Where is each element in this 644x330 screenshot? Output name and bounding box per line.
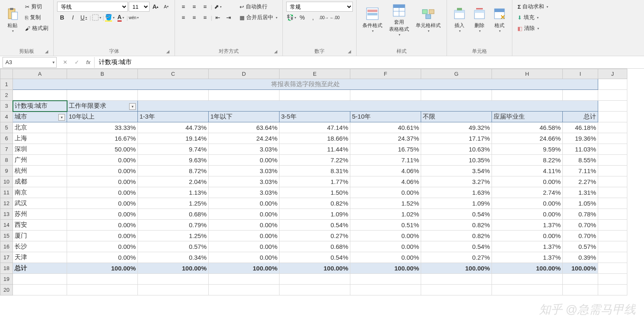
pivot-data-cell[interactable]: 4.11% bbox=[492, 166, 563, 176]
increase-decimal-button[interactable]: .00→ bbox=[319, 12, 329, 22]
pivot-data-cell[interactable]: 49.32% bbox=[421, 122, 492, 133]
delete-button[interactable]: 删除 bbox=[470, 2, 489, 38]
pivot-grand-total-cell[interactable]: 100.00% bbox=[563, 263, 598, 274]
italic-button[interactable]: I bbox=[68, 12, 78, 22]
pivot-data-cell[interactable]: 0.00% bbox=[209, 220, 280, 231]
pivot-col-header[interactable]: 10年以上 bbox=[67, 112, 138, 122]
pivot-row-label[interactable]: 厦门 bbox=[13, 231, 67, 241]
row-header-6[interactable]: 6 bbox=[0, 133, 13, 144]
pivot-data-cell[interactable]: 44.73% bbox=[138, 122, 209, 133]
pivot-data-cell[interactable]: 3.03% bbox=[209, 144, 280, 155]
copy-button[interactable]: ⎘复制 bbox=[23, 12, 50, 22]
row-header-10[interactable]: 10 bbox=[0, 176, 13, 187]
pivot-data-cell[interactable]: 0.57% bbox=[138, 241, 209, 252]
pivot-data-cell[interactable]: 0.00% bbox=[67, 166, 138, 176]
pivot-data-cell[interactable]: 0.54% bbox=[280, 252, 350, 263]
pivot-grand-total-cell[interactable]: 100.00% bbox=[280, 263, 350, 274]
align-right-button[interactable]: ≡ bbox=[200, 12, 210, 22]
align-top-button[interactable]: ≡ bbox=[178, 2, 188, 12]
pivot-data-cell[interactable]: 10.63% bbox=[421, 144, 492, 155]
pivot-data-cell[interactable]: 0.00% bbox=[350, 252, 421, 263]
pivot-data-cell[interactable]: 1.09% bbox=[421, 198, 492, 209]
row-header-7[interactable]: 7 bbox=[0, 144, 13, 155]
pivot-data-cell[interactable]: 0.00% bbox=[209, 209, 280, 220]
pivot-data-cell[interactable]: 0.54% bbox=[280, 220, 350, 231]
row-header-3[interactable]: 3 bbox=[0, 101, 13, 112]
pivot-data-cell[interactable]: 0.39% bbox=[563, 252, 598, 263]
row-header-12[interactable]: 12 bbox=[0, 198, 13, 209]
row-header-15[interactable]: 15 bbox=[0, 231, 13, 241]
pivot-data-cell[interactable]: 0.00% bbox=[209, 231, 280, 241]
align-middle-button[interactable]: ≡ bbox=[189, 2, 199, 12]
pivot-data-cell[interactable]: 0.70% bbox=[563, 231, 598, 241]
pivot-data-cell[interactable]: 1.25% bbox=[138, 231, 209, 241]
pivot-data-cell[interactable]: 0.00% bbox=[209, 155, 280, 166]
pivot-data-cell[interactable]: 0.00% bbox=[67, 241, 138, 252]
pivot-data-cell[interactable]: 1.77% bbox=[280, 176, 350, 187]
cancel-formula-button[interactable]: ✕ bbox=[59, 57, 71, 68]
insert-button[interactable]: 插入 bbox=[450, 2, 469, 38]
pivot-data-cell[interactable]: 0.00% bbox=[67, 176, 138, 187]
paste-button[interactable]: 粘贴 bbox=[3, 2, 22, 38]
pivot-data-cell[interactable]: 19.36% bbox=[563, 133, 598, 144]
pivot-data-cell[interactable]: 0.00% bbox=[67, 252, 138, 263]
pivot-data-cell[interactable]: 50.00% bbox=[67, 144, 138, 155]
pivot-data-cell[interactable]: 46.18% bbox=[563, 122, 598, 133]
font-color-button[interactable]: A bbox=[116, 12, 126, 22]
row-field-filter-button[interactable]: ▾ bbox=[58, 114, 65, 121]
cut-button[interactable]: ✂剪切 bbox=[23, 2, 50, 12]
pivot-col-header[interactable]: 1-3年 bbox=[138, 112, 209, 122]
align-center-button[interactable]: ≡ bbox=[189, 12, 199, 22]
pivot-data-cell[interactable]: 0.68% bbox=[280, 241, 350, 252]
pivot-data-cell[interactable]: 0.00% bbox=[350, 231, 421, 241]
increase-indent-button[interactable]: ⇥ bbox=[224, 12, 234, 22]
pivot-value-field[interactable]: 计数项:城市 bbox=[13, 101, 67, 112]
fill-button[interactable]: ⬇填充 bbox=[516, 12, 540, 22]
pivot-data-cell[interactable]: 0.34% bbox=[138, 252, 209, 263]
row-header-8[interactable]: 8 bbox=[0, 155, 13, 166]
pivot-data-cell[interactable]: 0.00% bbox=[67, 155, 138, 166]
pivot-data-cell[interactable]: 18.66% bbox=[280, 133, 350, 144]
conditional-formatting-button[interactable]: 条件格式 bbox=[360, 2, 385, 38]
pivot-data-cell[interactable]: 0.82% bbox=[421, 220, 492, 231]
pivot-data-cell[interactable]: 0.00% bbox=[67, 187, 138, 198]
col-header-F[interactable]: F bbox=[350, 69, 421, 79]
pivot-data-cell[interactable]: 0.00% bbox=[67, 220, 138, 231]
pinyin-button[interactable]: wén bbox=[129, 12, 139, 22]
col-header-E[interactable]: E bbox=[280, 69, 350, 79]
pivot-data-cell[interactable]: 7.22% bbox=[280, 155, 350, 166]
pivot-data-cell[interactable]: 9.74% bbox=[138, 144, 209, 155]
font-size-select[interactable]: 11 bbox=[129, 2, 150, 12]
pivot-data-cell[interactable]: 0.27% bbox=[421, 252, 492, 263]
pivot-data-cell[interactable]: 0.82% bbox=[421, 231, 492, 241]
pivot-row-label[interactable]: 长沙 bbox=[13, 241, 67, 252]
pivot-data-cell[interactable]: 0.00% bbox=[492, 176, 563, 187]
pivot-data-cell[interactable]: 0.68% bbox=[138, 209, 209, 220]
col-header-G[interactable]: G bbox=[421, 69, 492, 79]
pivot-data-cell[interactable]: 2.74% bbox=[492, 187, 563, 198]
pivot-data-cell[interactable]: 11.44% bbox=[280, 144, 350, 155]
pivot-col-header[interactable]: 3-5年 bbox=[280, 112, 350, 122]
pivot-data-cell[interactable]: 0.00% bbox=[492, 198, 563, 209]
pivot-data-cell[interactable]: 0.79% bbox=[138, 220, 209, 231]
pivot-data-cell[interactable]: 46.58% bbox=[492, 122, 563, 133]
clear-button[interactable]: ◧清除 bbox=[516, 23, 541, 33]
row-header-16[interactable]: 16 bbox=[0, 241, 13, 252]
pivot-data-cell[interactable]: 0.70% bbox=[563, 220, 598, 231]
pivot-data-cell[interactable]: 0.00% bbox=[209, 198, 280, 209]
pivot-data-cell[interactable]: 16.67% bbox=[67, 133, 138, 144]
pivot-grand-total-cell[interactable]: 100.00% bbox=[67, 263, 138, 274]
pivot-column-field[interactable]: 工作年限要求▾ bbox=[67, 101, 138, 112]
pivot-col-header[interactable]: 1年以下 bbox=[209, 112, 280, 122]
pivot-data-cell[interactable]: 4.06% bbox=[350, 166, 421, 176]
row-header-13[interactable]: 13 bbox=[0, 209, 13, 220]
formula-input[interactable] bbox=[94, 57, 644, 68]
pivot-data-cell[interactable]: 11.03% bbox=[563, 144, 598, 155]
accept-formula-button[interactable]: ✓ bbox=[71, 57, 82, 68]
comma-button[interactable]: , bbox=[308, 12, 318, 22]
row-header-9[interactable]: 9 bbox=[0, 166, 13, 176]
accounting-format-button[interactable]: 💱 bbox=[286, 12, 296, 22]
select-all-corner[interactable] bbox=[0, 69, 13, 79]
font-name-select[interactable]: 等线 bbox=[57, 2, 128, 12]
pivot-data-cell[interactable]: 7.11% bbox=[563, 166, 598, 176]
